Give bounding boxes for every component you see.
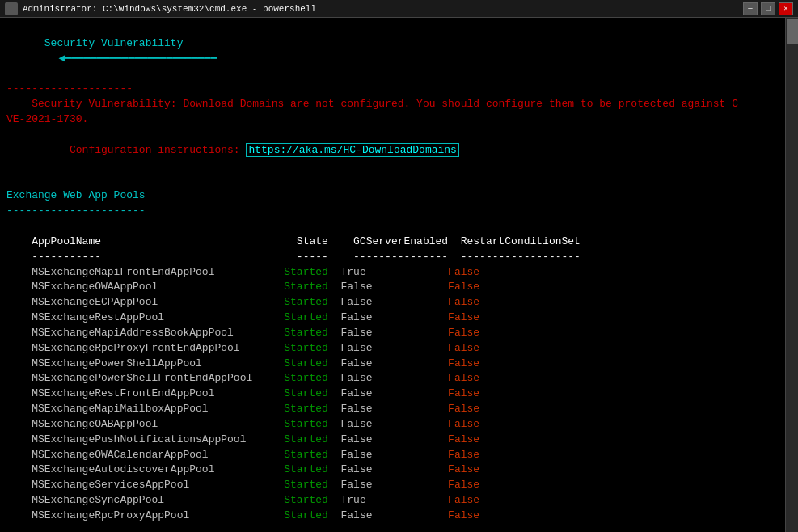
table-row: MSExchangeECPAppPool Started False False <box>6 295 777 310</box>
vuln-header: Security Vulnerability <box>44 37 184 49</box>
table-row: MSExchangeOWACalendarAppPool Started Fal… <box>6 448 777 463</box>
terminal: Security Vulnerability ◄━━━━━━━━━━━━━━━━… <box>0 18 798 532</box>
table-row: MSExchangeRestFrontEndAppPool Started Fa… <box>6 386 777 402</box>
table-dashes: ----------- ----- --------------- ------… <box>6 250 777 265</box>
table-row: MSExchangeOWAAppPool Started False False <box>6 280 777 295</box>
table-row: MSExchangeMapiAddressBookAppPool Started… <box>6 326 777 341</box>
scrollbar-thumb[interactable] <box>787 19 798 44</box>
vuln-message: Security Vulnerability: Download Domains… <box>6 97 777 112</box>
blank2 <box>6 219 777 234</box>
arrow-icon: ◄━━━━━━━━━━━━━━━━━━━━━━━━ <box>53 53 217 65</box>
title-bar-left: Administrator: C:\Windows\system32\cmd.e… <box>5 2 316 15</box>
section1-dashes: -------------------- <box>6 82 777 97</box>
vuln-cve: VE-2021-1730. <box>6 112 777 128</box>
table-row: MSExchangeServicesAppPool Started False … <box>6 478 777 493</box>
scrollbar[interactable] <box>785 18 798 532</box>
vuln-header-line: Security Vulnerability ◄━━━━━━━━━━━━━━━━… <box>6 21 777 82</box>
table-row: MSExchangeRestAppPool Started False Fals… <box>6 310 777 326</box>
title-bar-text: Administrator: C:\Windows\system32\cmd.e… <box>23 4 316 14</box>
app-pool-table: MSExchangeMapiFrontEndAppPool Started Tr… <box>6 265 777 524</box>
title-bar: Administrator: C:\Windows\system32\cmd.e… <box>0 0 798 18</box>
config-label: Configuration instructions: <box>44 144 247 156</box>
table-header: AppPoolName State GCServerEnabled Restar… <box>6 234 777 250</box>
blank3 <box>6 524 777 532</box>
table-row: MSExchangeAutodiscoverAppPool Started Fa… <box>6 462 777 478</box>
config-line: Configuration instructions: https://aka.… <box>6 128 777 174</box>
table-row: MSExchangeMapiMailboxAppPool Started Fal… <box>6 402 777 417</box>
cmd-icon <box>5 2 18 15</box>
table-row: MSExchangeRpcProxyAppPool Started False … <box>6 509 777 524</box>
table-row: MSExchangePushNotificationsAppPool Start… <box>6 433 777 448</box>
config-link[interactable]: https://aka.ms/HC-DownloadDomains <box>246 143 458 157</box>
blank1 <box>6 173 777 188</box>
minimize-button[interactable]: ─ <box>743 2 758 15</box>
table-row: MSExchangeOABAppPool Started False False <box>6 417 777 433</box>
restore-button[interactable]: □ <box>761 2 775 15</box>
title-bar-controls[interactable]: ─ □ ✕ <box>743 2 793 15</box>
table-row: MSExchangeRpcProxyFrontEndAppPool Starte… <box>6 341 777 357</box>
section2-dashes: ---------------------- <box>6 204 777 219</box>
terminal-content: Security Vulnerability ◄━━━━━━━━━━━━━━━━… <box>6 21 792 532</box>
table-row: MSExchangeMapiFrontEndAppPool Started Tr… <box>6 265 777 281</box>
close-button[interactable]: ✕ <box>779 2 793 15</box>
section2-header: Exchange Web App Pools <box>6 188 777 204</box>
table-row: MSExchangePowerShellFrontEndAppPool Star… <box>6 371 777 386</box>
table-row: MSExchangePowerShellAppPool Started Fals… <box>6 357 777 372</box>
table-row: MSExchangeSyncAppPool Started True False <box>6 493 777 509</box>
